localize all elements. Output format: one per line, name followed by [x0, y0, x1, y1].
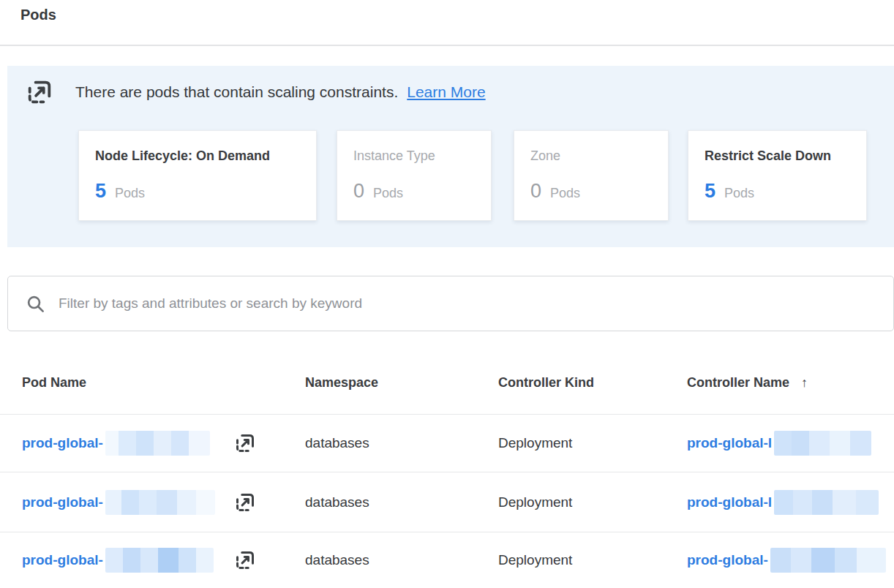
- table-row: prod-global- databases Deployment prod-g…: [0, 532, 894, 588]
- search-icon: [26, 294, 45, 314]
- scaling-constraint-icon: [234, 549, 256, 571]
- namespace-cell: databases: [305, 494, 369, 510]
- pod-name-link[interactable]: prod-global-: [22, 494, 103, 510]
- scaling-constraint-icon: [234, 491, 256, 513]
- card-title: Instance Type: [353, 148, 475, 164]
- pod-name-link[interactable]: prod-global-: [22, 552, 103, 568]
- redacted-pod-name: [105, 548, 214, 573]
- controller-kind-cell: Deployment: [498, 552, 572, 568]
- constraint-card-instance-type[interactable]: Instance Type 0 Pods: [337, 130, 492, 221]
- column-header-namespace[interactable]: Namespace: [305, 375, 378, 391]
- controller-name-link[interactable]: prod-global-l: [687, 494, 772, 510]
- controller-name-link[interactable]: prod-global-l: [687, 435, 772, 451]
- scale-out-icon: [26, 78, 53, 106]
- redacted-pod-name: [105, 431, 210, 456]
- filter-search-bar: [7, 276, 894, 331]
- card-pod-count: 0: [530, 180, 541, 203]
- card-title: Node Lifecycle: On Demand: [95, 148, 300, 164]
- page-title: Pods: [20, 7, 56, 23]
- card-unit-label: Pods: [115, 186, 145, 201]
- card-title: Zone: [530, 148, 652, 164]
- card-unit-label: Pods: [373, 186, 403, 201]
- search-input[interactable]: [59, 295, 876, 312]
- title-divider: [0, 45, 894, 46]
- sort-asc-icon: ↑: [801, 375, 808, 390]
- redacted-controller-name: [774, 431, 871, 456]
- banner-message: There are pods that contain scaling cons…: [75, 83, 398, 101]
- card-title: Restrict Scale Down: [705, 148, 850, 164]
- redacted-controller-name: [774, 490, 879, 515]
- card-unit-label: Pods: [550, 186, 580, 201]
- namespace-cell: databases: [305, 552, 369, 568]
- pod-name-link[interactable]: prod-global-: [22, 435, 103, 451]
- controller-name-link[interactable]: prod-global-: [687, 552, 768, 568]
- scaling-constraint-icon: [234, 432, 256, 454]
- card-pod-count: 0: [353, 180, 364, 203]
- card-unit-label: Pods: [724, 186, 754, 201]
- table-row: prod-global- databases Deployment prod-g…: [0, 415, 894, 472]
- learn-more-link[interactable]: Learn More: [407, 83, 485, 101]
- table-row: prod-global- databases Deployment prod-g…: [0, 472, 894, 532]
- scaling-constraints-banner: There are pods that contain scaling cons…: [7, 66, 894, 247]
- controller-kind-cell: Deployment: [498, 435, 572, 451]
- redacted-pod-name: [105, 490, 215, 515]
- table-header: Pod Name Namespace Controller Kind Contr…: [0, 375, 894, 396]
- card-pod-count: 5: [705, 180, 715, 203]
- constraint-card-restrict-scale-down[interactable]: Restrict Scale Down 5 Pods: [688, 130, 867, 221]
- redacted-controller-name: [770, 548, 886, 573]
- column-header-controller-name[interactable]: Controller Name↑: [687, 375, 808, 391]
- controller-kind-cell: Deployment: [498, 494, 572, 510]
- constraint-card-node-lifecycle[interactable]: Node Lifecycle: On Demand 5 Pods: [78, 130, 317, 221]
- card-pod-count: 5: [95, 180, 106, 203]
- constraint-card-zone[interactable]: Zone 0 Pods: [514, 130, 669, 221]
- column-header-controller-kind[interactable]: Controller Kind: [498, 375, 594, 391]
- namespace-cell: databases: [305, 435, 369, 451]
- column-header-pod-name[interactable]: Pod Name: [22, 375, 86, 391]
